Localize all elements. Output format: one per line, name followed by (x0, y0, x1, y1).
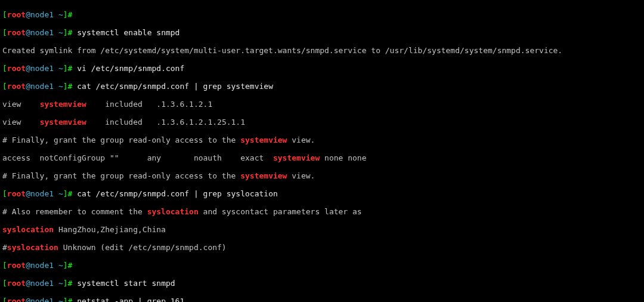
prompt-line-3: [root@node1 ~]# vi /etc/snmp/snmpd.conf (2, 64, 642, 73)
output-also: # Also remember to comment the syslocati… (2, 207, 642, 216)
prompt-host: node1 (30, 10, 54, 19)
match-syslocation: syslocation (147, 207, 199, 216)
match-systemview: systemview (240, 135, 287, 144)
cmd-netstat[interactable]: netstat -anp | grep 161 (72, 297, 184, 302)
prompt-line-7: [root@node1 ~]# systemctl start snmpd (2, 279, 642, 288)
match-systemview: systemview (273, 153, 320, 162)
output-sysloc1: syslocation HangZhou,Zhejiang,China (2, 225, 642, 234)
output-view1: view systemview included .1.3.6.1.2.1 (2, 100, 642, 109)
match-systemview: systemview (240, 171, 287, 180)
match-systemview: systemview (40, 118, 86, 127)
cmd-enable-snmpd[interactable]: systemctl enable snmpd (72, 28, 179, 37)
cmd-cat-syslocation[interactable]: cat /etc/snmp/snmpd.conf | grep syslocat… (72, 189, 277, 198)
output-symlink: Created symlink from /etc/systemd/system… (2, 46, 642, 55)
at-sign: @ (26, 10, 30, 19)
match-syslocation: syslocation (7, 243, 58, 252)
prompt-line-6: [root@node1 ~]# (2, 261, 642, 270)
output-sysloc2: #syslocation Unknown (edit /etc/snmp/snm… (2, 243, 642, 252)
bracket-open: [ (2, 10, 7, 19)
terminal-window[interactable]: [root@node1 ~]# [root@node1 ~]# systemct… (0, 0, 644, 302)
prompt-line-2: [root@node1 ~]# systemctl enable snmpd (2, 28, 642, 37)
match-systemview: systemview (40, 100, 86, 109)
output-finally2: # Finally, grant the group read-only acc… (2, 171, 642, 180)
prompt-user: root (7, 10, 26, 19)
prompt-line-1: [root@node1 ~]# (2, 10, 642, 19)
cmd-vi[interactable]: vi /etc/snmp/snmpd.conf (72, 64, 184, 73)
output-view2: view systemview included .1.3.6.1.2.1.25… (2, 118, 642, 127)
prompt-line-8: [root@node1 ~]# netstat -anp | grep 161 (2, 297, 642, 302)
prompt-suffix: ]# (63, 10, 73, 19)
prompt-line-4: [root@node1 ~]# cat /etc/snmp/snmpd.conf… (2, 82, 642, 91)
prompt-line-5: [root@node1 ~]# cat /etc/snmp/snmpd.conf… (2, 189, 642, 198)
output-access: access notConfigGroup "" any noauth exac… (2, 153, 642, 162)
cmd-start-snmpd[interactable]: systemctl start snmpd (72, 279, 175, 288)
prompt-dir: ~ (58, 10, 63, 19)
cmd-cat-systemview[interactable]: cat /etc/snmp/snmpd.conf | grep systemvi… (72, 82, 273, 91)
output-finally1: # Finally, grant the group read-only acc… (2, 135, 642, 144)
match-syslocation: syslocation (2, 225, 54, 234)
